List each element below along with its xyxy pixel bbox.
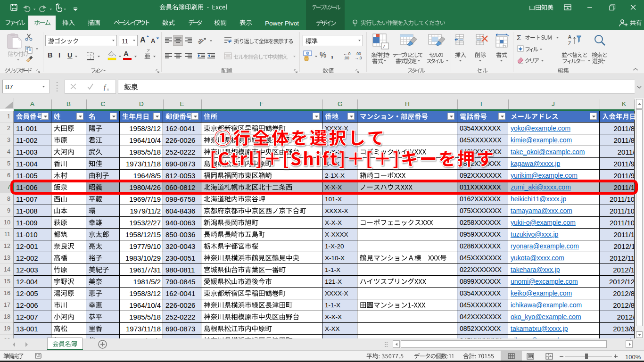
svg-text:f: f [104, 84, 107, 91]
svg-text:x: x [107, 87, 109, 91]
svg-text:A: A [568, 34, 571, 40]
svg-text:Z: Z [568, 41, 571, 46]
svg-text:≠: ≠ [383, 44, 386, 49]
svg-text:→.0: →.0 [355, 56, 362, 60]
svg-text:.00: .00 [344, 56, 349, 60]
